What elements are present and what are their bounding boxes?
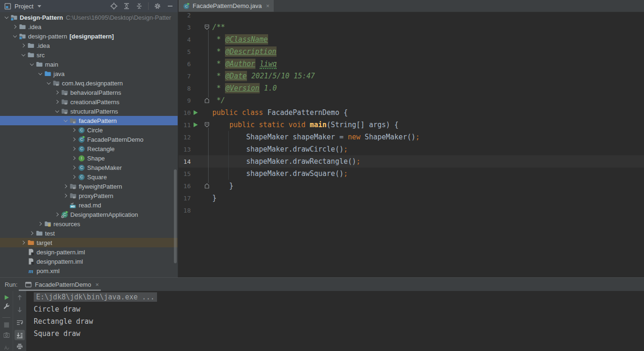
tree-item-target[interactable]: target	[0, 238, 178, 247]
chevron-right-icon[interactable]	[28, 229, 36, 237]
tree-item--idea[interactable]: .idea	[0, 22, 178, 31]
code-text[interactable]: */	[211, 96, 225, 105]
print-icon[interactable]	[16, 343, 23, 350]
tree-item-designpattern-iml[interactable]: designpattern.iml	[0, 257, 178, 266]
fold-start-icon[interactable]	[200, 122, 211, 128]
tree-item-design-pattern[interactable]: Design-PatternC:\Users\16095\Desktop\Des…	[0, 13, 178, 22]
line-number[interactable]: 7	[179, 73, 191, 80]
settings-gear-icon[interactable]	[154, 2, 161, 10]
project-panel-title[interactable]: Project	[15, 3, 33, 10]
tree-item-proxypattern[interactable]: proxyPattern	[0, 191, 178, 200]
code-text[interactable]: * @Date 2021/5/10 15:47	[211, 72, 315, 80]
tree-item-shapemaker[interactable]: CShapeMaker	[0, 163, 178, 172]
code-line-17[interactable]: 17}	[179, 192, 644, 204]
chevron-down-icon[interactable]	[45, 79, 52, 87]
line-number[interactable]: 12	[179, 134, 191, 141]
close-icon[interactable]: ×	[266, 2, 270, 9]
stop-icon[interactable]	[4, 322, 9, 328]
tree-item-design-pattern[interactable]: design-pattern[designpattern]	[0, 31, 178, 41]
rerun-icon[interactable]	[4, 295, 9, 300]
tree-item--idea[interactable]: .idea	[0, 41, 178, 50]
chevron-down-icon[interactable]	[20, 51, 27, 59]
line-number[interactable]: 13	[179, 146, 191, 153]
settings-wrench-icon[interactable]	[3, 303, 10, 310]
soft-wrap-icon[interactable]	[16, 320, 23, 326]
chevron-down-icon[interactable]	[3, 14, 10, 21]
code-line-5[interactable]: 5 * @Description	[179, 46, 644, 58]
line-number[interactable]: 18	[179, 207, 191, 214]
locate-icon[interactable]	[110, 2, 118, 10]
code-text[interactable]: * @Version 1.0	[211, 84, 277, 92]
chevron-right-icon[interactable]	[37, 220, 44, 228]
tree-item-pom-xml[interactable]: mpom.xml	[0, 266, 178, 275]
line-number[interactable]: 11	[179, 122, 191, 129]
chevron-right-icon[interactable]	[20, 42, 27, 49]
code-text[interactable]: shapeMaker.drawCircle();	[211, 145, 348, 153]
console-output[interactable]: E:\jdk8\jdk\bin\java.exe ...Circle drawR…	[26, 291, 644, 351]
line-number[interactable]: 15	[179, 170, 191, 177]
code-line-8[interactable]: 8 * @Version 1.0	[179, 82, 644, 94]
scroll-to-end-icon[interactable]	[15, 330, 25, 340]
code-text[interactable]: public static void main(String[] args) {	[211, 121, 398, 129]
chevron-right-icon[interactable]	[20, 239, 27, 246]
chevron-right-icon[interactable]	[70, 136, 78, 143]
code-text[interactable]: public class FacadePatternDemo {	[211, 108, 348, 117]
line-number[interactable]: 4	[179, 36, 191, 43]
fold-end-icon[interactable]	[200, 183, 211, 189]
code-text[interactable]: * @Description	[211, 47, 277, 56]
close-icon[interactable]: ×	[95, 281, 99, 288]
chevron-right-icon[interactable]	[70, 164, 78, 171]
code-text[interactable]: }	[211, 194, 217, 202]
chevron-right-icon[interactable]	[11, 23, 19, 31]
code-text[interactable]: shapeMaker.drawSquare();	[211, 169, 348, 178]
chevron-right-icon[interactable]	[70, 154, 78, 162]
code-line-7[interactable]: 7 * @Date 2021/5/10 15:47	[179, 70, 644, 82]
line-number[interactable]: 5	[179, 48, 191, 55]
code-line-2[interactable]: 2	[179, 12, 644, 21]
tree-item-designpatternapplication[interactable]: CDesignpatternApplication	[0, 210, 178, 219]
tree-item-square[interactable]: CSquare	[0, 172, 178, 182]
chevron-right-icon[interactable]	[70, 173, 78, 181]
tree-item-read-md[interactable]: MDread.md	[0, 200, 178, 210]
code-line-11[interactable]: 11 public static void main(String[] args…	[179, 119, 644, 131]
run-gutter-icon[interactable]	[191, 122, 200, 127]
down-arrow-icon[interactable]	[17, 306, 22, 313]
tree-item-rectangle[interactable]: CRectangle	[0, 144, 178, 153]
code-line-12[interactable]: 12 ShapeMaker shapeMaker = new ShapeMake…	[179, 131, 644, 143]
code-line-15[interactable]: 15 shapeMaker.drawSquare();	[179, 168, 644, 180]
chevron-right-icon[interactable]	[62, 192, 69, 199]
collapse-all-icon[interactable]	[135, 2, 143, 10]
tree-item-main[interactable]: main	[0, 60, 178, 69]
line-number[interactable]: 2	[179, 12, 191, 19]
tree-item-design-pattern-iml[interactable]: design-pattern.iml	[0, 247, 178, 257]
camera-icon[interactable]	[3, 332, 9, 338]
expand-all-icon[interactable]	[123, 2, 130, 10]
chevron-down-icon[interactable]	[11, 32, 19, 40]
chevron-down-icon[interactable]	[28, 61, 36, 68]
chevron-down-icon[interactable]	[53, 107, 61, 115]
line-number[interactable]: 14	[179, 158, 191, 165]
up-arrow-icon[interactable]	[17, 295, 22, 301]
tree-item-com-lwq-designpattern[interactable]: com.lwq.designpattern	[0, 78, 178, 88]
code-line-14[interactable]: 14 shapeMaker.drawRectangle();	[179, 155, 644, 168]
chevron-right-icon[interactable]	[53, 98, 61, 106]
line-number[interactable]: 9	[179, 97, 191, 104]
code-text[interactable]: }	[211, 182, 233, 190]
build-icon[interactable]	[3, 345, 9, 350]
chevron-down-icon[interactable]	[37, 5, 41, 8]
code-line-9[interactable]: 9 */	[179, 94, 644, 107]
code-line-4[interactable]: 4 * @ClassName	[179, 33, 644, 46]
tree-item-shape[interactable]: IShape	[0, 153, 178, 163]
chevron-right-icon[interactable]	[70, 145, 78, 153]
code-line-18[interactable]: 18	[179, 204, 644, 216]
tree-item-facadepattern[interactable]: facadePattern	[0, 116, 178, 125]
tree-item-flyweightpattern[interactable]: flyweightPattern	[0, 182, 178, 191]
chevron-right-icon[interactable]	[53, 211, 61, 218]
tree-item-src[interactable]: src	[0, 50, 178, 60]
code-line-13[interactable]: 13 shapeMaker.drawCircle();	[179, 143, 644, 155]
chevron-down-icon[interactable]	[37, 70, 44, 77]
chevron-right-icon[interactable]	[53, 89, 61, 96]
tree-item-java[interactable]: java	[0, 69, 178, 78]
code-line-16[interactable]: 16 }	[179, 180, 644, 192]
line-number[interactable]: 8	[179, 85, 191, 92]
